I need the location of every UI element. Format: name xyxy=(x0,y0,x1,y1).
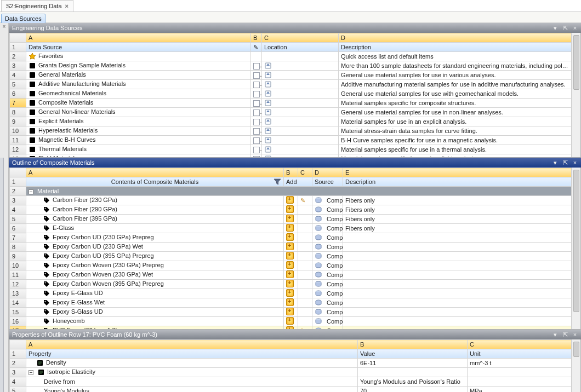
add-button[interactable] xyxy=(286,252,294,260)
dropdown-icon[interactable]: ▾ xyxy=(551,159,559,166)
table-row[interactable]: 8Epoxy Carbon UD (230 GPa) WetCompos xyxy=(10,243,572,252)
pin-icon[interactable]: ⇱ xyxy=(561,25,569,32)
scrollbar[interactable] xyxy=(572,33,580,157)
table-row[interactable]: 13Epoxy E-Glass UDCompos xyxy=(10,289,572,298)
checkbox[interactable] xyxy=(253,63,260,70)
value-cell[interactable] xyxy=(358,368,468,377)
table-row[interactable]: 15Epoxy S-Glass UDCompos xyxy=(10,308,572,317)
col-E[interactable]: E xyxy=(343,168,572,177)
value-cell[interactable]: 6E-11 xyxy=(358,359,468,368)
close-icon[interactable]: × xyxy=(571,159,579,166)
table-row[interactable]: 10Hyperelastic MaterialsMaterial stress-… xyxy=(10,126,572,136)
splitter[interactable] xyxy=(4,158,9,330)
table-row[interactable]: 10Epoxy Carbon Woven (230 GPa) PrepregCo… xyxy=(10,261,572,270)
unit-cell[interactable] xyxy=(468,377,572,387)
add-button[interactable] xyxy=(286,298,294,306)
table-row[interactable]: 3 Isotropic Elasticity xyxy=(10,368,572,377)
add-button[interactable] xyxy=(286,261,294,269)
table-row[interactable]: 9Explicit MaterialsMaterial samples for … xyxy=(10,117,572,126)
table-row[interactable]: 12Thermal MaterialsMaterial samples spec… xyxy=(10,145,572,154)
col-A[interactable]: A xyxy=(26,340,358,349)
data-sources-button[interactable]: Data Sources xyxy=(1,14,45,24)
add-button[interactable] xyxy=(286,224,294,232)
dropdown-icon[interactable]: ▾ xyxy=(551,331,559,338)
filter-icon[interactable] xyxy=(274,178,281,186)
col-C[interactable]: C xyxy=(262,33,339,43)
dropdown-icon[interactable]: ▾ xyxy=(551,25,559,32)
value-cell[interactable]: 70 xyxy=(358,387,468,393)
col-B[interactable]: B xyxy=(251,33,262,43)
add-button[interactable] xyxy=(286,205,294,213)
col-D[interactable]: D xyxy=(312,168,343,177)
add-button[interactable] xyxy=(286,280,294,287)
col-C[interactable]: C xyxy=(298,168,312,177)
scrollbar[interactable] xyxy=(572,168,580,329)
col-A[interactable]: A xyxy=(26,33,251,43)
splitter[interactable] xyxy=(4,330,9,392)
checkbox[interactable] xyxy=(253,156,260,157)
value-cell[interactable]: Young's Modulus and Poisson's Ratio xyxy=(358,377,468,387)
checkbox[interactable] xyxy=(253,82,260,88)
add-button[interactable] xyxy=(286,308,294,315)
table-row[interactable]: 2Density6E-11mm^-3 t xyxy=(10,359,572,368)
checkbox[interactable] xyxy=(253,147,260,153)
edit-icon[interactable]: ✎ xyxy=(300,197,305,204)
unit-cell[interactable]: mm^-3 t xyxy=(468,359,572,368)
table-row[interactable]: 4General MaterialsGeneral use material s… xyxy=(10,71,572,80)
tab-engineering-data[interactable]: S2:Engineering Data × xyxy=(1,0,73,11)
add-button[interactable] xyxy=(286,270,294,278)
add-button[interactable] xyxy=(286,196,294,204)
material-group[interactable]: Material xyxy=(26,187,572,196)
col-A[interactable]: A xyxy=(26,168,284,177)
unit-cell[interactable] xyxy=(468,368,572,377)
pin-icon[interactable]: ⇱ xyxy=(561,159,569,166)
checkbox[interactable] xyxy=(253,109,260,116)
checkbox[interactable] xyxy=(253,119,260,125)
close-icon[interactable]: × xyxy=(65,3,69,9)
table-row[interactable]: 16HoneycombCompos xyxy=(10,317,572,326)
table-row[interactable]: 2FavoritesQuick access list and default … xyxy=(10,52,572,61)
table-row[interactable]: 17PVC Foam (60 kg m^-3)✎Compos xyxy=(10,326,572,330)
close-icon[interactable]: × xyxy=(571,25,579,31)
table-row[interactable]: 6Geomechanical MaterialsGeneral use mate… xyxy=(10,89,572,99)
edit-icon[interactable]: ✎ xyxy=(300,327,305,330)
close-icon[interactable]: × xyxy=(571,331,579,338)
table-row[interactable]: 14Epoxy E-Glass WetCompos xyxy=(10,298,572,308)
add-button[interactable] xyxy=(286,233,294,241)
checkbox[interactable] xyxy=(253,91,260,97)
table-row[interactable]: 4Derive fromYoung's Modulus and Poisson'… xyxy=(10,377,572,387)
add-button[interactable] xyxy=(286,326,294,329)
collapse-icon[interactable] xyxy=(29,189,33,194)
checkbox[interactable] xyxy=(253,100,260,107)
table-row[interactable]: 7Composite MaterialsMaterial samples spe… xyxy=(10,99,572,108)
checkbox[interactable] xyxy=(253,137,260,144)
add-button[interactable] xyxy=(286,243,294,250)
table-row[interactable]: 7Epoxy Carbon UD (230 GPa) PrepregCompos xyxy=(10,233,572,243)
table-row[interactable]: 13Fluid MaterialsMaterial samples specif… xyxy=(10,154,572,158)
scrollbar[interactable] xyxy=(572,339,580,392)
col-B[interactable]: B xyxy=(284,168,298,177)
table-row[interactable]: 5Additive Manufacturing MaterialsAdditiv… xyxy=(10,80,572,89)
col-D[interactable]: D xyxy=(339,33,572,43)
unit-cell[interactable]: MPa xyxy=(468,387,572,393)
table-row[interactable]: 8General Non-linear MaterialsGeneral use… xyxy=(10,108,572,117)
table-row[interactable]: 3Carbon Fiber (230 GPa)✎ComposFibers onl… xyxy=(10,196,572,205)
add-button[interactable] xyxy=(286,289,294,297)
add-button[interactable] xyxy=(286,215,294,222)
checkbox[interactable] xyxy=(253,128,260,135)
table-row[interactable]: 4Carbon Fiber (290 GPa)ComposFibers only xyxy=(10,205,572,215)
col-C[interactable]: C xyxy=(468,340,572,349)
table-row[interactable]: 9Epoxy Carbon UD (395 GPa) PrepregCompos xyxy=(10,252,572,261)
collapse-icon[interactable] xyxy=(29,370,33,375)
table-row[interactable]: 6E-GlassComposFibers only xyxy=(10,224,572,233)
col-B[interactable]: B xyxy=(358,340,468,349)
pin-icon[interactable]: ⇱ xyxy=(561,331,569,338)
table-row[interactable]: 12Epoxy Carbon Woven (395 GPa) PrepregCo… xyxy=(10,280,572,289)
table-row[interactable]: 5Carbon Fiber (395 GPa)ComposFibers only xyxy=(10,215,572,224)
table-row[interactable]: 11Magnetic B-H CurvesB-H Curve samples s… xyxy=(10,136,572,145)
panel-close-left[interactable]: × xyxy=(0,23,9,158)
checkbox[interactable] xyxy=(253,72,260,79)
table-row[interactable]: 11Epoxy Carbon Woven (230 GPa) WetCompos xyxy=(10,270,572,280)
table-row[interactable]: 5Young's Modulus70MPa xyxy=(10,387,572,393)
add-button[interactable] xyxy=(286,317,294,325)
